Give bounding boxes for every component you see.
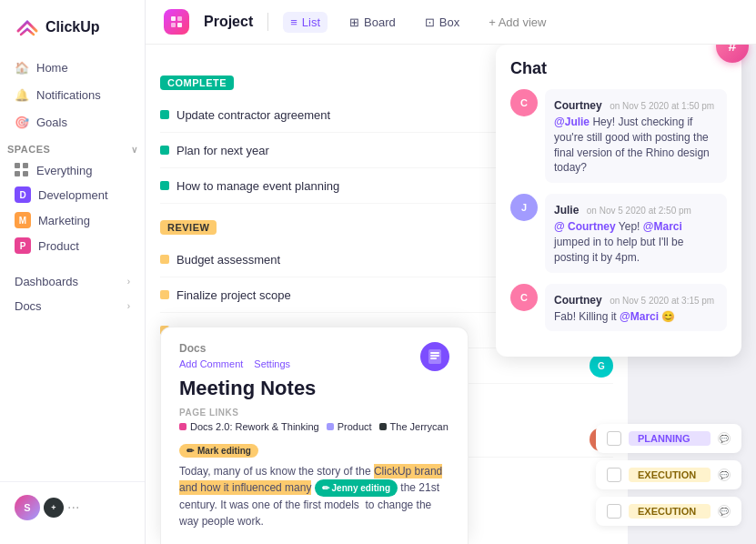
- topbar-divider: [267, 13, 268, 31]
- task-dot: [160, 290, 169, 299]
- task-dot: [160, 146, 169, 155]
- page-links: Docs 2.0: Rework & Thinking Product The …: [179, 421, 449, 432]
- chat-message-3: C Courtney on Nov 5 2020 at 3:15 pm Fab!…: [510, 284, 727, 332]
- product-label: Product: [38, 239, 79, 253]
- task-name: Finalize project scope: [176, 288, 291, 302]
- user-avatar[interactable]: S: [15, 495, 40, 520]
- chat-avatar-julie: J: [510, 194, 538, 221]
- bell-icon: 🔔: [15, 87, 29, 102]
- jenny-editing-badge: ✏ Jenny editing: [315, 479, 398, 497]
- task-name: Budget assessment: [176, 253, 280, 267]
- docs-settings[interactable]: Settings: [254, 358, 290, 369]
- avatar-group: S + ···: [7, 489, 137, 526]
- dashboards-toggle[interactable]: Dashboards ›: [7, 269, 137, 294]
- mini-card-icon: [607, 504, 621, 519]
- logo: ClickUp: [0, 11, 145, 55]
- main-content: Project ≡ List ⊞ Board ⊡ Box + Add view …: [146, 0, 756, 544]
- task-name: How to manage event planning: [176, 179, 339, 193]
- sidebar-item-development[interactable]: D Development: [7, 182, 137, 207]
- everything-icon: [15, 163, 29, 177]
- sidebar-item-goals-label: Goals: [36, 116, 67, 129]
- content-area: ASSIGNEE COMPLETE Update contractor agre…: [146, 45, 756, 544]
- svg-rect-7: [430, 358, 437, 359]
- sidebar-item-goals[interactable]: 🎯 Goals: [7, 109, 137, 135]
- nav-section: 🏠 Home 🔔 Notifications 🎯 Goals: [0, 55, 145, 135]
- topbar-project-title: Project: [204, 14, 253, 30]
- mini-card-icon: [607, 431, 621, 446]
- chat-time: on Nov 5 2020 at 1:50 pm: [610, 101, 714, 111]
- dashboards-chevron: ›: [127, 277, 130, 287]
- development-label: Development: [38, 188, 108, 202]
- avatar-more[interactable]: ···: [67, 499, 79, 516]
- mini-card-planning[interactable]: PLANNING 💬: [596, 424, 741, 453]
- spaces-chevron[interactable]: ∨: [131, 145, 138, 155]
- view-tab-board[interactable]: ⊞ Board: [342, 12, 403, 33]
- view-tab-box[interactable]: ⊡ Box: [418, 12, 467, 33]
- status-badge-complete: COMPLETE: [160, 76, 234, 90]
- page-link-3[interactable]: The Jerrycan: [379, 421, 449, 432]
- development-dot: D: [15, 186, 31, 203]
- docs-header-label: Docs: [179, 342, 206, 355]
- sidebar-item-everything[interactable]: Everything: [7, 158, 137, 182]
- task-dot: [160, 110, 169, 119]
- page-link-1[interactable]: Docs 2.0: Rework & Thinking: [179, 421, 319, 432]
- task-dot: [160, 255, 169, 264]
- logo-text: ClickUp: [45, 19, 100, 35]
- goals-icon: 🎯: [15, 115, 29, 129]
- sidebar-item-notifications[interactable]: 🔔 Notifications: [7, 82, 137, 107]
- page-link-2[interactable]: Product: [327, 421, 372, 432]
- marketing-label: Marketing: [38, 214, 90, 227]
- chat-text: Fab! Killing it @Marci 😊: [554, 309, 718, 325]
- docs-popup-header: Docs: [179, 342, 449, 355]
- chat-message-2: J Julie on Nov 5 2020 at 2:50 pm @ Court…: [510, 194, 727, 272]
- task-name: Plan for next year: [176, 144, 269, 157]
- svg-rect-5: [430, 352, 439, 354]
- docs-toggle[interactable]: Docs ›: [7, 294, 137, 318]
- execution-badge-1: EXECUTION: [629, 468, 711, 482]
- project-icon: [164, 9, 189, 35]
- chat-text: @Julie Hey! Just checking if you're stil…: [554, 115, 718, 176]
- page-link-dot: [379, 423, 387, 430]
- status-badge-review: REVIEW: [160, 220, 217, 235]
- mini-card-execution-1[interactable]: EXECUTION 💬: [596, 460, 741, 489]
- docs-add-comment[interactable]: Add Comment: [179, 358, 243, 369]
- docs-popup-icon[interactable]: [420, 342, 449, 371]
- execution-badge-2: EXECUTION: [629, 504, 711, 519]
- chat-icon: 💬: [718, 468, 731, 481]
- docs-meta: Add Comment Settings: [179, 358, 449, 369]
- mini-cards-section: PLANNING 💬 EXECUTION 💬 EXECUTION 💬: [596, 424, 741, 526]
- marketing-dot: M: [15, 212, 31, 228]
- user-avatar-2[interactable]: +: [44, 498, 64, 518]
- chat-panel: # Chat C Courtney on Nov 5 2020 at 1:50 …: [496, 45, 741, 357]
- chat-avatar-courtney: C: [510, 89, 538, 116]
- mark-editing-badge: ✏ Mark editing: [179, 444, 258, 458]
- mini-card-execution-2[interactable]: EXECUTION 💬: [596, 497, 741, 526]
- chat-bubble-2: Julie on Nov 5 2020 at 2:50 pm @ Courtne…: [545, 194, 727, 272]
- bottom-sections: Dashboards › Docs ›: [0, 269, 145, 318]
- avatar: G: [590, 354, 613, 378]
- docs-body: Today, many of us know the story of the …: [179, 463, 449, 529]
- chat-sender: Courtney: [554, 294, 602, 307]
- chat-message-1: C Courtney on Nov 5 2020 at 1:50 pm @Jul…: [510, 89, 727, 183]
- task-name: Update contractor agreement: [176, 108, 330, 122]
- product-dot: P: [15, 237, 31, 254]
- chat-sender: Julie: [554, 204, 579, 217]
- sidebar-item-product[interactable]: P Product: [7, 233, 137, 258]
- chat-time: on Nov 5 2020 at 2:50 pm: [587, 206, 691, 216]
- chat-title: Chat: [510, 59, 727, 78]
- sidebar-item-marketing[interactable]: M Marketing: [7, 207, 137, 233]
- view-tab-list[interactable]: ≡ List: [283, 12, 328, 33]
- highlight-clickup: ClickUp brand and how it influenced many: [179, 464, 442, 495]
- svg-rect-1: [177, 16, 182, 21]
- chat-icon: 💬: [718, 505, 731, 518]
- docs-title: Meeting Notes: [179, 377, 449, 400]
- svg-rect-3: [177, 23, 182, 27]
- clickup-logo-icon: [15, 15, 40, 40]
- chat-time: on Nov 5 2020 at 3:15 pm: [610, 296, 714, 306]
- page-links-label: PAGE LINKS: [179, 408, 449, 418]
- docs-chevron: ›: [127, 301, 130, 311]
- sidebar-item-home[interactable]: 🏠 Home: [7, 55, 137, 80]
- add-view-button[interactable]: + Add view: [481, 12, 553, 33]
- home-icon: 🏠: [15, 60, 29, 75]
- sidebar: ClickUp 🏠 Home 🔔 Notifications 🎯 Goals S…: [0, 0, 146, 544]
